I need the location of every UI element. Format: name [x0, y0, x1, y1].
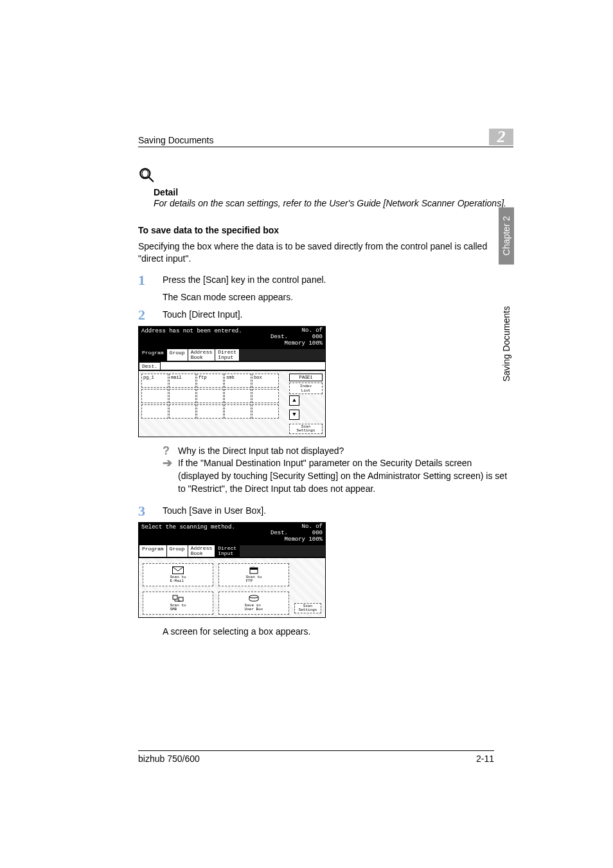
svg-rect-5 [179, 597, 183, 601]
ss2-tab-program[interactable]: Program [139, 545, 167, 557]
side-tab-chapter: Chapter 2 [499, 207, 514, 264]
ss1-status-left: Address has not been entered. [141, 328, 242, 347]
detail-text: For details on the scan settings, refer … [154, 197, 513, 210]
ss2-scan-to-smb[interactable]: SMB Scan to SMB [143, 592, 213, 615]
intro-text: Specifying the box where the data is to … [138, 240, 513, 266]
ss2-tab-address-book[interactable]: Address Book [188, 545, 216, 557]
ss1-scan-settings[interactable]: Scan Settings [289, 424, 323, 434]
step-1-line2: The Scan mode screen appears. [163, 291, 513, 304]
svg-text:FTP: FTP [251, 566, 255, 568]
detail-label: Detail [154, 187, 513, 197]
svg-rect-4 [173, 595, 177, 599]
magnifier-icon [138, 167, 155, 183]
svg-point-1 [142, 170, 148, 177]
chapter-badge: 2 [489, 129, 513, 145]
ss1-dest-label: Dest. [139, 362, 161, 370]
panel-screenshot-direct-input: Address has not been entered. No. of Des… [138, 326, 326, 437]
ss1-tab-program[interactable]: Program [139, 348, 167, 361]
panel-screenshot-scan-method: Select the scanning method. No. of Dest.… [138, 522, 326, 618]
ss1-status-r1: No. of Dest. 000 [271, 327, 323, 340]
footer-right: 2-11 [476, 754, 494, 764]
ss1-cell-empty[interactable] [197, 389, 224, 403]
step-2-number: 2 [138, 308, 151, 322]
ss1-cell-empty[interactable] [224, 389, 251, 403]
qa-question: Why is the Direct Input tab not displaye… [178, 445, 344, 458]
ss1-page-indicator: PAGE1 [289, 374, 323, 381]
ss2-ftp-label: Scan to FTP [245, 575, 262, 583]
smb-icon: SMB [172, 595, 184, 602]
ss2-tab-direct-input[interactable]: Direct Input [215, 545, 240, 557]
ss1-cell-empty[interactable] [169, 404, 196, 419]
ss1-cell-empty[interactable] [252, 389, 279, 403]
svg-text:SMB: SMB [174, 595, 178, 595]
step-3-line1: Touch [Save in User Box]. [163, 504, 513, 518]
ss1-cell-pg1[interactable]: pg_1 [141, 374, 168, 388]
ss2-status-left: Select the scanning method. [141, 524, 235, 543]
ftp-icon: FTP [248, 566, 260, 574]
running-header: Saving Documents [138, 135, 214, 145]
ss1-tab-group[interactable]: Group [166, 348, 188, 361]
step-1-line1: Press the [Scan] key in the control pane… [163, 273, 513, 287]
ss1-cell-empty[interactable] [141, 389, 168, 403]
svg-point-12 [249, 595, 258, 598]
ss1-down-arrow[interactable]: ▼ [289, 410, 299, 420]
ss2-smb-label: Scan to SMB [170, 604, 186, 611]
svg-rect-10 [250, 568, 258, 570]
ss1-status-r2: Memory 100% [285, 340, 323, 347]
svg-line-2 [148, 177, 154, 182]
step-2-line1: Touch [Direct Input]. [163, 308, 513, 321]
ss1-cell-empty[interactable] [224, 404, 251, 419]
ss1-cell-smb[interactable]: smb [224, 374, 251, 388]
footer-left: bizhub 750/600 [138, 754, 200, 764]
ss1-cell-empty[interactable] [197, 404, 224, 419]
box-icon [248, 595, 260, 602]
ss1-tab-address-book[interactable]: Address Book [188, 348, 216, 361]
ss1-cell-mail[interactable]: mail [169, 374, 196, 388]
qa-answer: If the "Manual Destination Input" parame… [178, 457, 513, 495]
ss2-scan-to-email[interactable]: Scan to E-Mail [143, 563, 213, 586]
ss2-status-r1: No. of Dest. 000 [271, 523, 323, 536]
ss2-status-r2: Memory 100% [285, 536, 323, 543]
ss1-cell-empty[interactable] [141, 404, 168, 419]
ss1-cell-empty[interactable] [252, 404, 279, 419]
ss2-tab-group[interactable]: Group [166, 545, 188, 557]
ss1-index-list[interactable]: Index List [289, 383, 323, 394]
ss1-tab-blank [239, 348, 326, 361]
ss2-scan-settings[interactable]: Scan Settings [294, 603, 321, 613]
side-tab-saving: Saving Documents [499, 297, 514, 391]
ss2-scan-to-ftp[interactable]: FTP Scan to FTP [218, 563, 289, 586]
ss2-save-in-user-box[interactable]: Save in User Box [218, 592, 289, 615]
ss1-cell-empty[interactable] [169, 389, 196, 403]
ss1-tab-direct-input[interactable]: Direct Input [215, 348, 240, 361]
ss1-cell-box[interactable]: box [252, 374, 279, 388]
ss1-up-arrow[interactable]: ▲ [289, 395, 299, 406]
step-1-number: 1 [138, 273, 151, 304]
ss1-cell-ftp[interactable]: ftp [197, 374, 224, 388]
ss2-tab-blank [239, 545, 326, 557]
arrow-icon: ➔ [163, 457, 173, 495]
ss2-box-label: Save in User Box [245, 604, 263, 611]
ss2-email-label: Scan to E-Mail [170, 575, 186, 583]
mail-icon [172, 566, 184, 574]
step-3-number: 3 [138, 504, 151, 518]
after-step3-text: A screen for selecting a box appears. [163, 626, 513, 638]
question-icon: ? [163, 445, 173, 458]
section-heading: To save data to the specified box [138, 225, 513, 235]
